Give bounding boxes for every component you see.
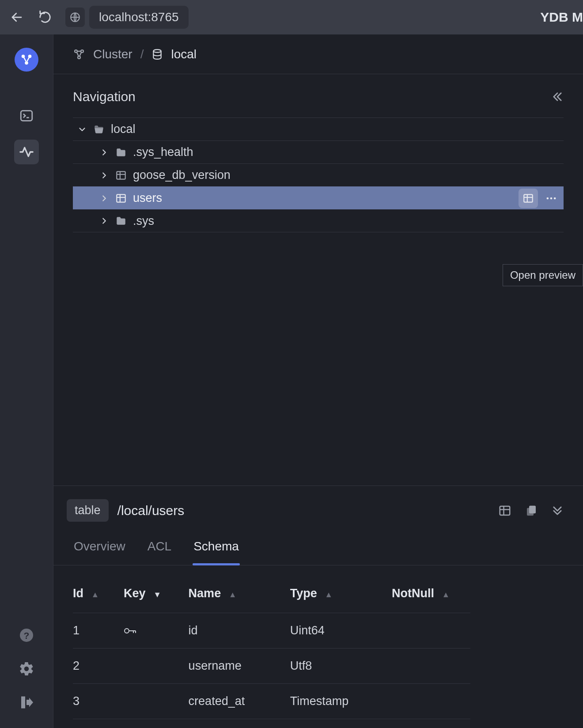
- svg-point-4: [25, 61, 28, 65]
- more-button[interactable]: [541, 189, 561, 208]
- cell-notnull: [392, 684, 470, 719]
- svg-point-11: [78, 56, 80, 59]
- url-text: localhost:8765: [99, 10, 179, 24]
- folder-icon: [115, 215, 127, 227]
- tree-item[interactable]: .sys_health: [73, 140, 564, 163]
- col-header-type[interactable]: Type ▲: [290, 574, 392, 613]
- svg-point-9: [75, 50, 77, 53]
- svg-point-30: [125, 629, 129, 633]
- expand-down-action[interactable]: [551, 504, 564, 517]
- chevron-right-icon: [99, 216, 109, 226]
- tree-item-selected[interactable]: users: [73, 186, 564, 209]
- tab-acl[interactable]: ACL: [147, 531, 172, 565]
- col-header-notnull[interactable]: NotNull ▲: [392, 574, 470, 613]
- help-button[interactable]: ?: [19, 627, 34, 643]
- cell-name: created_at: [189, 684, 290, 719]
- svg-point-12: [154, 49, 161, 53]
- cell-type: Utf8: [290, 648, 392, 684]
- preview-button[interactable]: [519, 189, 538, 208]
- sort-asc-icon: ▲: [325, 590, 333, 599]
- table-icon: [115, 193, 127, 204]
- table-row: 1 id Uint64: [73, 613, 470, 648]
- collapse-nav-button[interactable]: [551, 91, 564, 103]
- database-icon: [151, 49, 163, 60]
- tree-item-label: goose_db_version: [133, 168, 231, 182]
- breadcrumb-sep: /: [140, 47, 144, 61]
- cell-id: 2: [73, 648, 124, 684]
- object-path: /local/users: [117, 503, 185, 518]
- chevron-right-icon: [99, 171, 109, 180]
- breadcrumb-cluster[interactable]: Cluster: [93, 47, 132, 61]
- copy-action[interactable]: [525, 504, 538, 517]
- svg-rect-5: [21, 111, 32, 121]
- col-header-name[interactable]: Name ▲: [189, 574, 290, 613]
- sort-asc-icon: ▲: [442, 590, 450, 599]
- settings-button[interactable]: [19, 661, 34, 677]
- cell-key: [124, 684, 189, 719]
- sidebar-item-monitoring[interactable]: [14, 140, 39, 164]
- breadcrumb-current[interactable]: local: [171, 47, 197, 61]
- tree-root-label: local: [111, 122, 136, 136]
- svg-rect-19: [524, 194, 533, 202]
- cell-notnull: [392, 613, 470, 648]
- cell-name: id: [189, 613, 290, 648]
- cell-type: Timestamp: [290, 684, 392, 719]
- tree-item[interactable]: .sys: [73, 209, 564, 232]
- url-bar[interactable]: localhost:8765: [89, 6, 189, 29]
- tree-item-label: users: [133, 191, 162, 205]
- tab-schema[interactable]: Schema: [193, 531, 240, 565]
- primary-key-icon: [124, 626, 183, 635]
- tree-item-label: .sys_health: [133, 145, 193, 159]
- open-preview-action[interactable]: [498, 504, 511, 517]
- table-row: 3 created_at Timestamp: [73, 684, 470, 719]
- chevron-right-icon: [99, 148, 109, 157]
- svg-rect-25: [500, 506, 510, 515]
- tree-root[interactable]: local: [73, 118, 564, 140]
- col-header-key[interactable]: Key ▼: [124, 574, 189, 613]
- table-row: 2 username Utf8: [73, 648, 470, 684]
- svg-text:?: ?: [24, 630, 30, 641]
- table-icon: [115, 170, 127, 181]
- cell-type: Uint64: [290, 613, 392, 648]
- svg-point-23: [550, 197, 553, 199]
- svg-rect-16: [117, 194, 125, 202]
- svg-point-24: [554, 197, 556, 199]
- reload-button[interactable]: [37, 9, 53, 25]
- app-logo[interactable]: [15, 48, 38, 72]
- back-button[interactable]: [9, 9, 25, 25]
- cell-id: 1: [73, 613, 124, 648]
- svg-rect-13: [117, 171, 125, 179]
- tab-overview[interactable]: Overview: [73, 531, 126, 565]
- folder-icon: [115, 147, 127, 158]
- cell-key: [124, 648, 189, 684]
- object-type-chip: table: [67, 499, 109, 522]
- svg-point-2: [22, 55, 25, 58]
- sort-asc-icon: ▲: [229, 590, 237, 599]
- col-header-id[interactable]: Id ▲: [73, 574, 124, 613]
- chevron-right-icon: [99, 193, 109, 203]
- app-title: YDB M: [540, 10, 583, 25]
- tree-item-label: .sys: [133, 214, 154, 228]
- tree-item[interactable]: goose_db_version: [73, 163, 564, 186]
- tooltip: Open preview: [503, 264, 583, 286]
- cell-notnull: [392, 648, 470, 684]
- sidebar-item-terminal[interactable]: [14, 103, 39, 128]
- svg-point-22: [547, 197, 549, 199]
- svg-point-3: [28, 55, 32, 58]
- cell-name: username: [189, 648, 290, 684]
- folder-open-icon: [93, 124, 105, 135]
- cell-id: 3: [73, 684, 124, 719]
- sort-desc-icon: ▼: [153, 590, 161, 599]
- navigation-title: Navigation: [73, 89, 136, 104]
- cluster-icon: [73, 48, 85, 61]
- exit-button[interactable]: [19, 694, 34, 710]
- cell-key: [124, 613, 189, 648]
- globe-icon: [65, 8, 85, 27]
- svg-point-10: [81, 50, 83, 53]
- chevron-down-icon: [77, 125, 87, 134]
- svg-rect-29: [527, 508, 534, 516]
- sort-asc-icon: ▲: [91, 590, 99, 599]
